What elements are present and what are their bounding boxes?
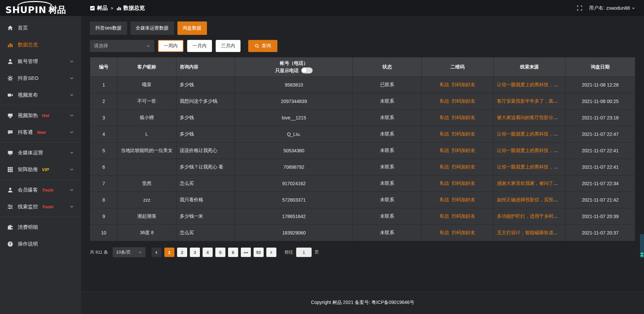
fullscreen-icon[interactable]: [577, 5, 582, 11]
cell-content: 说说价格让我死心: [176, 143, 235, 159]
lead-source-link[interactable]: 被大家追着问的客厅投影分享...: [497, 115, 562, 120]
range-button-one-month[interactable]: 一月内: [187, 40, 212, 52]
breadcrumb-item-shupin[interactable]: 树品: [90, 5, 108, 12]
lead-source-link[interactable]: 让你一眼就爱上的黑科技，能...: [497, 164, 562, 169]
private-message-link[interactable]: 私信: [440, 98, 449, 104]
sidebar-item-badge: VIP: [42, 167, 49, 172]
scan-qr-add-friend-link[interactable]: 扫码加好友: [452, 82, 475, 87]
cell-qrcode: 私信扫码加好友: [422, 126, 494, 143]
user-menu[interactable]: 用户名: zswodun88: [589, 5, 635, 11]
cell-nickname: [117, 159, 176, 175]
cell-content: 多少钱？让我死心 看: [176, 159, 235, 175]
cell-account: 9583810: [235, 77, 353, 93]
more-pages-button[interactable]: •••: [241, 248, 251, 257]
scan-qr-add-friend-link[interactable]: 扫码加好友: [452, 164, 475, 169]
page-button-6[interactable]: 6: [228, 248, 238, 257]
phone-only-toggle[interactable]: [301, 67, 313, 73]
scan-qr-add-friend-link[interactable]: 扫码加好友: [452, 115, 475, 120]
private-message-link[interactable]: 私信: [440, 180, 449, 186]
cell-status: 未联系: [353, 126, 422, 143]
sidebar-item-label: 抖音SEO: [18, 75, 39, 82]
chat-widget[interactable]: [640, 234, 644, 258]
page-button-4[interactable]: 4: [203, 248, 213, 257]
chat-icon: [7, 129, 13, 135]
page-button-5[interactable]: 5: [215, 248, 225, 257]
cell-account: Q_Liu.: [235, 126, 353, 143]
private-message-link[interactable]: 私信: [440, 115, 449, 120]
table-row: 1哦章多少钱9583810已联系私信扫码加好友让你一眼就爱上的黑科技，能...2…: [90, 77, 635, 93]
sidebar-item-omni-media[interactable]: 全媒体运营: [0, 144, 81, 161]
query-button[interactable]: 查询: [248, 40, 277, 52]
cell-account: love__1215: [235, 110, 353, 126]
cell-qrcode: 私信扫码加好友: [422, 192, 494, 208]
private-message-link[interactable]: 私信: [440, 213, 449, 219]
pagination: 共 911 条 10条/页 123456•••92 前往 页: [90, 247, 635, 257]
sidebar-item-video-heating[interactable]: 视频加热Hot: [0, 107, 81, 124]
scan-qr-add-friend-link[interactable]: 扫码加好友: [452, 98, 475, 104]
tab-omni-media-data[interactable]: 全媒体运营数据: [130, 21, 174, 35]
private-message-link[interactable]: 私信: [440, 82, 449, 87]
table-row: 1036度 8怎么买183929060未联系私信扫码加好友无主灯设计，智能磁吸轨…: [90, 225, 635, 241]
private-message-link[interactable]: 私信: [440, 164, 449, 169]
sidebar-item-video-publish[interactable]: 视频发布: [0, 87, 81, 103]
next-page-button[interactable]: [266, 248, 276, 257]
scan-qr-add-friend-link[interactable]: 扫码加好友: [452, 213, 475, 219]
sidebar-item-douyin-seo[interactable]: 抖音SEO: [0, 70, 81, 87]
breadcrumb-item-data-overview[interactable]: 数据总览: [116, 5, 145, 12]
sidebar-item-member-baoke[interactable]: 会员爆客Tools: [0, 181, 81, 198]
cell-account: 572803371: [235, 192, 353, 208]
cell-source: 无主灯设计，智能磁吸轨道灯...: [493, 225, 566, 241]
filter-select[interactable]: 请选择: [90, 40, 154, 52]
range-button-three-months[interactable]: 三月内: [216, 40, 240, 52]
cell-id: 3: [90, 110, 117, 126]
lead-source-link[interactable]: 多功能护栏灯，适用于乡村文...: [497, 213, 562, 219]
scan-qr-add-friend-link[interactable]: 扫码加好友: [452, 197, 475, 202]
tab-inquiry-data[interactable]: 询盘数据: [177, 21, 207, 35]
app-window: SHUPIN 树品 树品 > 数据总览 用户名: zswodun88 首页: [0, 0, 644, 314]
page-button-2[interactable]: 2: [177, 248, 187, 257]
sidebar-item-badge: New: [37, 130, 46, 135]
scan-qr-add-friend-link[interactable]: 扫码加好友: [452, 131, 475, 137]
sidebar-item-clue-monitor[interactable]: 线索监控Tools: [0, 198, 81, 215]
sidebar-item-label: 消费明细: [18, 224, 38, 230]
tab-douyin-seo-data[interactable]: 抖音seo数据: [90, 21, 127, 35]
bar-chart-icon: [116, 6, 121, 11]
lead-source-link[interactable]: 客厅安装投影半年多了，真实...: [497, 98, 562, 104]
scan-qr-add-friend-link[interactable]: 扫码加好友: [452, 180, 475, 186]
cell-id: 2: [90, 93, 117, 110]
private-message-link[interactable]: 私信: [440, 230, 449, 235]
page-button-3[interactable]: 3: [190, 248, 200, 257]
scan-qr-add-friend-link[interactable]: 扫码加好友: [452, 230, 475, 235]
search-icon: [255, 44, 259, 48]
page-size-select[interactable]: 10条/页: [113, 247, 146, 257]
range-button-one-week[interactable]: 一周内: [158, 40, 183, 52]
sidebar-item-instructions[interactable]: ?操作说明: [0, 235, 81, 252]
lead-source-link[interactable]: 让你一眼就爱上的黑科技，能...: [497, 82, 562, 87]
private-message-link[interactable]: 私信: [440, 197, 449, 202]
main-area: 首页数据总览账号管理抖音SEO视频发布视频加热Hot抖客通New全媒体运营矩阵助…: [0, 16, 644, 314]
prev-page-button[interactable]: [152, 248, 162, 257]
lead-source-link[interactable]: 如何正确选择投影仪，买投影...: [497, 197, 562, 202]
cell-content: 我只看价格: [176, 192, 235, 208]
sidebar-item-home[interactable]: 首页: [0, 19, 81, 36]
goto-page-input[interactable]: [296, 248, 312, 257]
page-button-1[interactable]: 1: [164, 248, 174, 257]
sidebar-item-matrix-boost[interactable]: 矩阵助推VIP: [0, 161, 81, 178]
gear-icon: [7, 75, 13, 81]
sidebar-item-data-overview[interactable]: 数据总览: [0, 36, 81, 53]
lead-source-link[interactable]: 让你一眼就爱上的黑科技，能...: [497, 148, 562, 153]
sidebar-item-consumption-detail[interactable]: 消费明细: [0, 219, 81, 235]
cell-date: 2021-11-07 22:34: [566, 175, 635, 192]
private-message-link[interactable]: 私信: [440, 131, 449, 137]
lead-source-link[interactable]: 让你一眼就爱上的黑科技，能...: [497, 131, 562, 137]
sidebar-item-account-management[interactable]: 账号管理: [0, 53, 81, 70]
page-size-value: 10条/页: [116, 249, 131, 255]
lead-source-link[interactable]: 无主灯设计，智能磁吸轨道灯...: [497, 230, 562, 235]
bar-chart-icon: [7, 42, 13, 48]
scan-qr-add-friend-link[interactable]: 扫码加好友: [452, 148, 475, 153]
topbar-right: 用户名: zswodun88: [577, 5, 644, 11]
lead-source-link[interactable]: 感谢大家喜欢我家，被问了好...: [497, 180, 562, 186]
sidebar-item-douketong[interactable]: 抖客通New: [0, 124, 81, 141]
page-button-92[interactable]: 92: [254, 248, 264, 257]
private-message-link[interactable]: 私信: [440, 148, 449, 153]
